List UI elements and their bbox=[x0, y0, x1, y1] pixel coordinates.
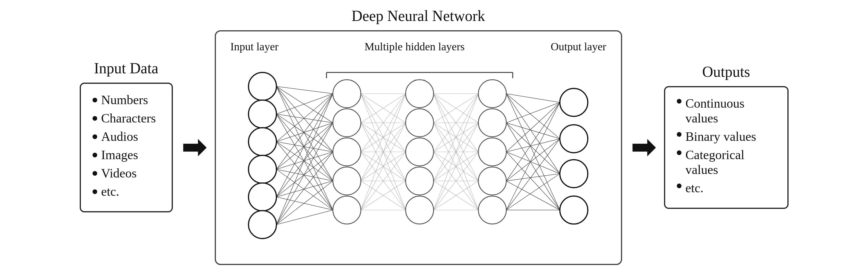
item-characters: Characters bbox=[101, 111, 156, 126]
svg-point-121 bbox=[478, 109, 506, 137]
svg-line-10 bbox=[276, 114, 333, 123]
item-continuous: Continuous values bbox=[686, 96, 776, 126]
svg-point-128 bbox=[560, 196, 588, 224]
input-data-box: Numbers Characters Audios Images Videos … bbox=[80, 83, 173, 212]
input-data-list: Numbers Characters Audios Images Videos … bbox=[93, 92, 160, 199]
svg-line-94 bbox=[506, 152, 560, 174]
svg-point-123 bbox=[478, 167, 506, 195]
svg-point-104 bbox=[248, 72, 276, 100]
output-layer-label: Output layer bbox=[551, 40, 606, 53]
svg-line-4 bbox=[276, 86, 333, 94]
svg-line-9 bbox=[276, 94, 333, 114]
svg-point-126 bbox=[560, 125, 588, 153]
svg-line-89 bbox=[506, 123, 560, 139]
svg-line-95 bbox=[506, 152, 560, 210]
item-categorical: Categorical values bbox=[686, 148, 776, 177]
input-layer-label: Input layer bbox=[230, 40, 279, 53]
bullet-icon bbox=[93, 134, 97, 139]
svg-line-6 bbox=[276, 86, 333, 152]
bullet-icon bbox=[93, 171, 97, 176]
svg-point-118 bbox=[406, 167, 434, 195]
item-binary: Binary values bbox=[686, 129, 756, 144]
list-item: Numbers bbox=[93, 92, 160, 107]
input-data-title: Input Data bbox=[94, 60, 158, 77]
svg-point-124 bbox=[478, 196, 506, 224]
right-arrow-container: ➡ bbox=[622, 133, 664, 162]
bullet-icon bbox=[93, 153, 97, 157]
list-item: Characters bbox=[93, 111, 160, 126]
svg-point-114 bbox=[333, 196, 361, 224]
svg-line-18 bbox=[276, 142, 333, 210]
item-audios: Audios bbox=[101, 129, 138, 144]
bullet-icon bbox=[93, 189, 97, 194]
svg-line-24 bbox=[276, 94, 333, 197]
svg-point-111 bbox=[333, 109, 361, 137]
svg-point-115 bbox=[406, 80, 434, 108]
svg-line-92 bbox=[506, 102, 560, 152]
list-item: Continuous values bbox=[677, 96, 776, 126]
outputs-list: Continuous values Binary values Categori… bbox=[677, 96, 776, 195]
svg-line-99 bbox=[506, 181, 560, 210]
bullet-icon bbox=[93, 116, 97, 121]
outputs-section: Outputs Continuous values Binary values … bbox=[664, 63, 788, 209]
hidden-layer-label-container: Multiple hidden layers bbox=[365, 40, 465, 53]
svg-point-106 bbox=[248, 128, 276, 156]
left-arrow-container: ➡ bbox=[173, 133, 215, 162]
svg-line-87 bbox=[506, 94, 560, 210]
nn-title: Deep Neural Network bbox=[351, 7, 485, 25]
svg-line-28 bbox=[276, 197, 333, 210]
list-item: Categorical values bbox=[677, 148, 776, 177]
list-item: etc. bbox=[93, 184, 160, 199]
svg-line-16 bbox=[276, 142, 333, 152]
outputs-box: Continuous values Binary values Categori… bbox=[664, 86, 788, 209]
svg-point-120 bbox=[478, 80, 506, 108]
bullet-icon bbox=[677, 184, 681, 188]
svg-line-102 bbox=[506, 174, 560, 210]
svg-line-96 bbox=[506, 102, 560, 181]
svg-point-108 bbox=[248, 183, 276, 211]
right-arrow-icon: ➡ bbox=[631, 133, 655, 162]
svg-line-29 bbox=[276, 94, 333, 224]
svg-point-119 bbox=[406, 196, 434, 224]
bullet-icon bbox=[93, 98, 97, 102]
main-container: Input Data Numbers Characters Audios Ima… bbox=[0, 0, 868, 272]
list-item: Images bbox=[93, 148, 160, 162]
item-images: Images bbox=[101, 148, 138, 162]
left-arrow-icon: ➡ bbox=[182, 133, 206, 162]
svg-line-91 bbox=[506, 123, 560, 210]
bullet-icon bbox=[677, 99, 681, 103]
nn-labels-row: Input layer Multiple hidden layers Outpu… bbox=[225, 40, 612, 53]
list-item: Binary values bbox=[677, 129, 776, 144]
item-etc: etc. bbox=[686, 181, 704, 195]
svg-point-113 bbox=[333, 167, 361, 195]
svg-point-112 bbox=[333, 138, 361, 166]
svg-line-100 bbox=[506, 102, 560, 210]
list-item: Audios bbox=[93, 129, 160, 144]
svg-point-105 bbox=[248, 100, 276, 128]
bullet-icon bbox=[677, 150, 681, 155]
input-data-section: Input Data Numbers Characters Audios Ima… bbox=[80, 60, 173, 212]
hidden-layer-label: Multiple hidden layers bbox=[365, 40, 465, 53]
svg-line-32 bbox=[276, 181, 333, 224]
list-item: etc. bbox=[677, 181, 776, 195]
svg-point-116 bbox=[406, 109, 434, 137]
svg-point-109 bbox=[248, 211, 276, 239]
svg-line-33 bbox=[276, 210, 333, 224]
svg-point-122 bbox=[478, 138, 506, 166]
svg-point-127 bbox=[560, 160, 588, 188]
svg-line-84 bbox=[506, 94, 560, 102]
svg-line-15 bbox=[276, 123, 333, 142]
svg-line-13 bbox=[276, 114, 333, 210]
nn-box: Input layer Multiple hidden layers Outpu… bbox=[215, 30, 622, 265]
svg-point-125 bbox=[560, 88, 588, 116]
item-numbers: Numbers bbox=[101, 92, 148, 107]
svg-point-117 bbox=[406, 138, 434, 166]
bullet-icon bbox=[677, 132, 681, 137]
svg-line-23 bbox=[276, 169, 333, 210]
svg-line-27 bbox=[276, 181, 333, 197]
svg-point-110 bbox=[333, 80, 361, 108]
svg-point-107 bbox=[248, 155, 276, 183]
item-videos: Videos bbox=[101, 166, 137, 181]
svg-line-31 bbox=[276, 152, 333, 224]
list-item: Videos bbox=[93, 166, 160, 181]
